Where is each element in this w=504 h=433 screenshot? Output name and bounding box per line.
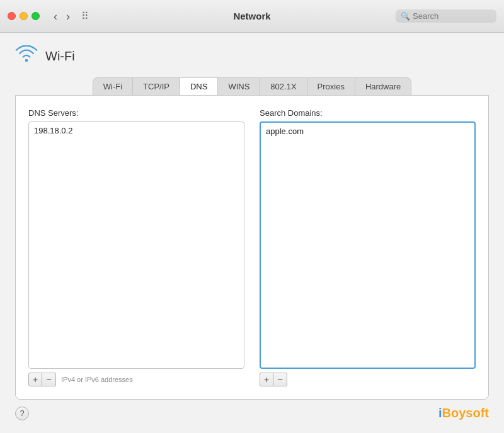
- tab-wifi[interactable]: Wi-Fi: [93, 78, 133, 95]
- dns-servers-col: DNS Servers: 198.18.0.2 + − IPv4 or IPv6…: [28, 108, 244, 386]
- tab-hardware[interactable]: Hardware: [355, 78, 411, 95]
- dns-servers-label: DNS Servers:: [28, 108, 244, 118]
- panel-body: DNS Servers: 198.18.0.2 + − IPv4 or IPv6…: [28, 108, 476, 386]
- main-content: Wi-Fi Wi-Fi TCP/IP DNS WINS 802.1X Proxi…: [0, 33, 504, 433]
- search-domain-entry: apple.com: [266, 127, 469, 136]
- search-bar[interactable]: 🔍: [396, 9, 496, 23]
- nav-buttons: ‹ ›: [50, 9, 74, 23]
- back-button[interactable]: ‹: [50, 9, 61, 23]
- dns-hint: IPv4 or IPv6 addresses: [61, 376, 133, 383]
- svg-point-0: [25, 59, 28, 62]
- tab-bar: Wi-Fi TCP/IP DNS WINS 802.1X Proxies Har…: [15, 77, 489, 95]
- help-button[interactable]: ?: [15, 407, 29, 420]
- tab-dns[interactable]: DNS: [180, 78, 218, 95]
- dns-server-entry: 198.18.0.2: [34, 126, 239, 135]
- search-domains-col: Search Domains: apple.com + −: [260, 108, 476, 386]
- domain-add-button[interactable]: +: [260, 373, 273, 386]
- search-domains-list[interactable]: apple.com: [260, 121, 476, 369]
- panel-title: Wi-Fi: [45, 49, 75, 64]
- panel-header: Wi-Fi: [15, 45, 489, 67]
- brand-suffix: Boysoft: [442, 406, 489, 420]
- dns-add-button[interactable]: +: [28, 373, 42, 386]
- window-title: Network: [233, 11, 270, 21]
- search-input[interactable]: [413, 11, 491, 21]
- tab-proxies[interactable]: Proxies: [307, 78, 355, 95]
- search-domains-controls: + −: [260, 373, 476, 386]
- domain-remove-button[interactable]: −: [273, 373, 287, 386]
- close-button[interactable]: [8, 12, 16, 20]
- search-domains-label: Search Domains:: [260, 108, 476, 118]
- bottom-bar: ? iBoysoft: [15, 400, 489, 420]
- titlebar: ‹ › ⠿ Network 🔍: [0, 0, 504, 33]
- dns-servers-controls: + − IPv4 or IPv6 addresses: [28, 373, 244, 386]
- forward-button[interactable]: ›: [62, 9, 74, 23]
- grid-icon[interactable]: ⠿: [81, 10, 89, 22]
- search-icon: 🔍: [401, 12, 410, 21]
- dns-servers-list[interactable]: 198.18.0.2: [28, 121, 244, 369]
- brand-logo: iBoysoft: [438, 406, 489, 420]
- tab-tcpip[interactable]: TCP/IP: [133, 78, 180, 95]
- minimize-button[interactable]: [20, 12, 28, 20]
- dns-remove-button[interactable]: −: [42, 373, 56, 386]
- wifi-icon: [15, 45, 38, 67]
- maximize-button[interactable]: [32, 12, 40, 20]
- tab-wins[interactable]: WINS: [218, 78, 260, 95]
- tab-container: Wi-Fi TCP/IP DNS WINS 802.1X Proxies Har…: [93, 77, 412, 95]
- dns-panel: DNS Servers: 198.18.0.2 + − IPv4 or IPv6…: [15, 95, 489, 400]
- tab-8021x[interactable]: 802.1X: [260, 78, 307, 95]
- traffic-lights: [8, 12, 40, 20]
